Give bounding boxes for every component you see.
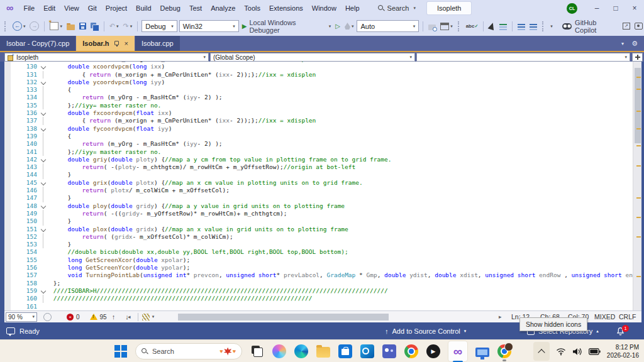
feedback-bubble-icon[interactable] bbox=[6, 327, 15, 334]
fold-collapse-icon[interactable] bbox=[37, 125, 50, 133]
task-view-button[interactable] bbox=[250, 344, 264, 358]
solution-configuration-dropdown[interactable]: Debug▾ bbox=[142, 20, 177, 32]
tab-isobar-cpp[interactable]: Isobar.cpp bbox=[135, 36, 180, 51]
account-avatar[interactable]: CL bbox=[567, 3, 577, 14]
start-without-debugging-button[interactable]: ▷ bbox=[334, 22, 341, 30]
solution-platform-dropdown[interactable]: Win32▾ bbox=[179, 20, 239, 32]
chrome-profile-taskbar-button[interactable] bbox=[497, 344, 511, 358]
warning-count[interactable]: 95 bbox=[100, 314, 107, 321]
hot-reload-button[interactable]: ▾ bbox=[343, 22, 355, 30]
menu-tools[interactable]: Tools bbox=[240, 4, 265, 12]
code-line[interactable]: 130 double xcoordvpcm(long ixx) bbox=[4, 63, 633, 70]
code-health-icon[interactable] bbox=[43, 313, 52, 321]
code-text[interactable]: return( plotx/ m_colWiCm + m_xOffsetCol)… bbox=[50, 187, 633, 194]
wifi-icon[interactable] bbox=[556, 348, 566, 356]
code-line[interactable]: 136 double fxcoordvpcm(float ixx) bbox=[4, 109, 633, 117]
clock[interactable]: 8:12 PM 2026-02-16 bbox=[607, 343, 639, 360]
code-line[interactable]: 145 double grix(double plotx) {//map an … bbox=[4, 179, 633, 187]
show-hidden-icons-button[interactable] bbox=[533, 342, 550, 361]
menu-window[interactable]: Window bbox=[308, 4, 341, 12]
fold-collapse-icon[interactable] bbox=[37, 63, 50, 70]
code-text[interactable]: return( (gridx- m_xOffsetCol)* m_colWiCm… bbox=[50, 233, 633, 241]
github-copilot-button[interactable]: GitHub Copilot bbox=[561, 18, 619, 35]
maximize-button[interactable]: □ bbox=[606, 0, 625, 16]
solution-name[interactable]: Isopleth bbox=[427, 2, 472, 14]
code-text[interactable]: double griy(double ploty) {//map a y cm … bbox=[50, 156, 633, 163]
code-text[interactable]: return( -(ploty- m_chthgtcm)/ m_rowHtCm … bbox=[50, 163, 633, 171]
code-text[interactable]: double plox(double gridx) {//map an x va… bbox=[50, 226, 633, 233]
code-line[interactable]: 150 } bbox=[4, 217, 633, 225]
tab-list-dropdown-icon[interactable]: ▾ bbox=[621, 41, 624, 47]
save-button[interactable] bbox=[78, 22, 87, 30]
notifications-button[interactable]: 1 bbox=[616, 322, 625, 339]
vertical-scrollbar[interactable] bbox=[633, 62, 641, 310]
project-dropdown[interactable]: Isopleth ▾ bbox=[4, 53, 209, 62]
code-text[interactable]: ////ISOBAR>H////////////////////////////… bbox=[50, 287, 633, 295]
select-tool-button[interactable] bbox=[487, 22, 496, 30]
menu-edit[interactable]: Edit bbox=[39, 4, 60, 12]
code-line[interactable]: 139 { bbox=[4, 133, 633, 140]
vertical-scrollbar-thumb[interactable] bbox=[635, 68, 641, 143]
code-text[interactable]: long GetScreenYcor(double ypolar); bbox=[50, 264, 633, 272]
feedback-button[interactable] bbox=[633, 22, 644, 30]
code-text[interactable]: double fxcoordvpcm(float ixx) bbox=[50, 109, 633, 117]
scroll-right-icon[interactable]: ▸ bbox=[499, 314, 502, 320]
tab-isobar-h[interactable]: Isobar.h× bbox=[76, 36, 135, 51]
code-text[interactable]: return (m_yOrg - m_RasHtCm* (iyy- 2) ); bbox=[50, 140, 633, 148]
code-line[interactable]: 159 ////ISOBAR>H////////////////////////… bbox=[4, 287, 633, 295]
solution-explorer-button[interactable]: ▾ bbox=[439, 22, 454, 31]
code-text[interactable]: return( -((gridy- m_yOffsetRow)* m_rowHt… bbox=[50, 210, 633, 217]
horizontal-scrollbar[interactable]: ◂ ▸ bbox=[128, 313, 505, 321]
toolbar-grip[interactable] bbox=[542, 21, 545, 31]
increase-indent-button[interactable] bbox=[528, 23, 538, 30]
menu-file[interactable]: File bbox=[19, 4, 39, 12]
toolbar-grip[interactable] bbox=[458, 21, 461, 31]
fold-collapse-icon[interactable] bbox=[37, 226, 50, 233]
visual-studio-taskbar-button[interactable]: ∞ bbox=[448, 341, 467, 361]
close-button[interactable]: × bbox=[625, 0, 644, 16]
toolbar-grip[interactable] bbox=[4, 21, 8, 31]
teams-taskbar-button[interactable] bbox=[382, 344, 396, 358]
member-dropdown[interactable]: ▾ bbox=[416, 53, 630, 62]
start-button[interactable] bbox=[114, 345, 127, 358]
microsoft-store-taskbar-button[interactable] bbox=[338, 344, 352, 358]
code-text[interactable]: double xcoordvpcm(long ixx) bbox=[50, 63, 633, 70]
zoom-dropdown[interactable]: 90 % ▾ bbox=[6, 312, 37, 322]
format-selection-button[interactable] bbox=[498, 23, 508, 30]
find-in-files-button[interactable] bbox=[427, 22, 437, 31]
search-control[interactable]: Search ▾ bbox=[373, 3, 421, 13]
code-text[interactable]: };//iyy= master raster no. bbox=[50, 148, 633, 156]
fold-collapse-icon[interactable] bbox=[37, 287, 50, 295]
code-text[interactable]: }; bbox=[50, 280, 633, 287]
menu-test[interactable]: Test bbox=[185, 4, 206, 12]
split-window-icon[interactable] bbox=[632, 53, 643, 62]
code-text[interactable]: double fycoordvpcm(float iyy) bbox=[50, 125, 633, 133]
battery-icon[interactable] bbox=[589, 348, 601, 355]
toolbar-overflow-icon[interactable]: ▾ bbox=[550, 24, 553, 29]
warning-icon[interactable] bbox=[90, 314, 97, 320]
menu-analyze[interactable]: Analyze bbox=[206, 4, 240, 12]
code-line[interactable]: 152 return( (gridx- m_xOffsetCol)* m_col… bbox=[4, 233, 633, 241]
code-text[interactable]: } bbox=[50, 217, 633, 225]
code-text[interactable]: long GetScreenXcor(double xpolar); bbox=[50, 256, 633, 264]
code-text[interactable]: } bbox=[50, 194, 633, 202]
menu-git[interactable]: Git bbox=[84, 4, 101, 12]
open-file-button[interactable] bbox=[65, 22, 76, 31]
volume-icon[interactable] bbox=[572, 348, 582, 356]
error-count[interactable]: 0 bbox=[76, 314, 80, 321]
add-to-source-control-button[interactable]: ↑ Add to Source Control ▾ bbox=[385, 322, 466, 339]
code-line[interactable]: 161 bbox=[4, 303, 633, 310]
code-line[interactable]: 148 double ploy(double gridy) {//map a y… bbox=[4, 202, 633, 210]
code-line[interactable]: 154 //double bicub(double xx,double yy,B… bbox=[4, 248, 633, 256]
code-line[interactable]: 153 } bbox=[4, 241, 633, 248]
code-line[interactable]: 137 { return (m_xorign + m_CmPerUnitLen*… bbox=[4, 117, 633, 124]
tab-isobar-copy-7-cpp[interactable]: Isobar - Copy(7).cpp bbox=[0, 36, 75, 51]
start-debugging-button[interactable]: ▶Local Windows Debugger▾ bbox=[241, 18, 332, 35]
code-line[interactable]: 131 { return (m_xorign + m_CmPerUnitLen*… bbox=[4, 71, 633, 79]
fold-collapse-icon[interactable] bbox=[37, 202, 50, 210]
code-text[interactable]: { return (m_xorign + m_CmPerUnitLen* (ix… bbox=[50, 71, 633, 79]
breakpoint-gutter[interactable] bbox=[4, 62, 11, 310]
code-line[interactable]: 144 } bbox=[4, 171, 633, 178]
error-icon[interactable]: × bbox=[67, 314, 74, 321]
copilot-taskbar-button[interactable] bbox=[272, 344, 286, 358]
